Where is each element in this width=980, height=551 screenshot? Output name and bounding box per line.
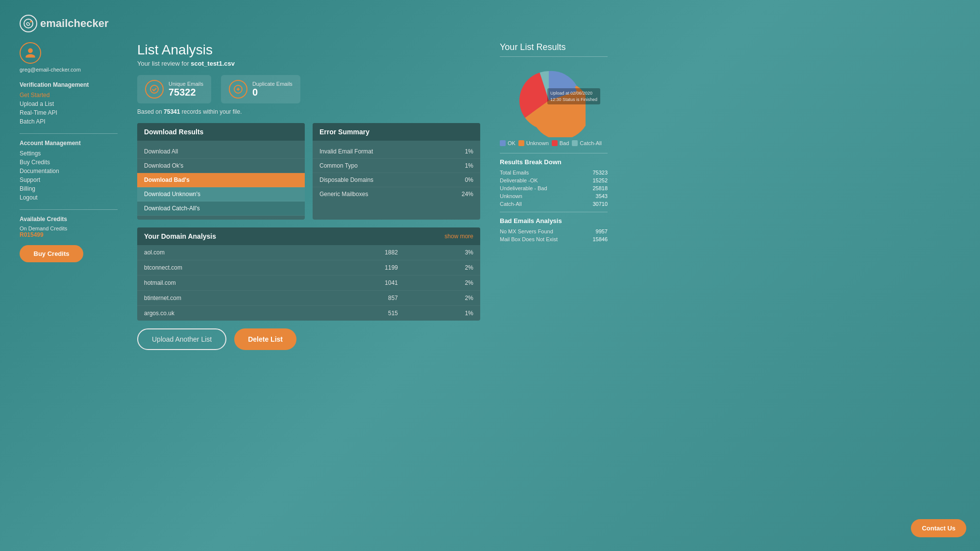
breakdown-unknown: Unknown 3543 (500, 193, 608, 199)
legend-bad: Bad (552, 140, 569, 146)
breakdown-total: Total Emails 75323 (500, 170, 608, 175)
user-email: greg@email-checker.com (20, 67, 118, 73)
svg-point-0 (24, 19, 33, 28)
download-panel: Download Results Download All Download O… (137, 123, 305, 220)
duplicate-emails-icon (229, 80, 247, 99)
records-note: Based on 75341 records within your file. (137, 108, 480, 115)
error-panel: Error Summary Invalid Email Format 1% Co… (313, 123, 480, 220)
account-management-title: Account Management (20, 140, 118, 147)
bottom-row: Upload Another List Delete List (137, 328, 480, 350)
legend-dot-unknown (518, 140, 524, 146)
nav-upload-list[interactable]: Upload a List (20, 100, 118, 108)
svg-point-1 (30, 21, 32, 23)
nav-get-started[interactable]: Get Started (20, 91, 118, 99)
sidebar-divider-1 (20, 133, 118, 134)
right-panel-title: Your List Results (500, 42, 608, 57)
buy-credits-button[interactable]: Buy Credits (20, 245, 83, 262)
account-nav: Settings Buy Credits Documentation Suppo… (20, 150, 118, 201)
legend-catchall: Catch-All (572, 140, 602, 146)
nav-buy-credits[interactable]: Buy Credits (20, 158, 118, 166)
available-credits-title: Available Credits (20, 216, 118, 223)
unique-emails-stat: Unique Emails 75322 (137, 75, 211, 103)
avatar (20, 42, 41, 64)
show-more-button[interactable]: show more (444, 233, 473, 240)
domain-panel-title: Your Domain Analysis (144, 232, 216, 240)
duplicate-emails-stat: Duplicate Emails 0 (221, 75, 300, 103)
on-demand-label: On Demand Credits (20, 225, 118, 231)
right-divider-2 (500, 212, 608, 212)
page-title: List Analysis (137, 42, 480, 58)
download-catchalls-button[interactable]: Download Catch-All's (137, 201, 305, 216)
legend-dot-ok (500, 140, 506, 146)
logo-text: emailchecker (40, 17, 108, 30)
delete-list-button[interactable]: Delete List (234, 328, 296, 350)
duplicate-emails-info: Duplicate Emails 0 (252, 81, 293, 98)
nav-billing[interactable]: Billing (20, 185, 118, 193)
download-bads-button[interactable]: Download Bad's (137, 173, 305, 187)
legend-dot-catchall (572, 140, 578, 146)
svg-point-2 (150, 85, 158, 93)
breakdown-title: Results Break Down (500, 158, 608, 166)
pie-chart: Upload at 02/06/2020 12:30 Status is Fin… (512, 64, 595, 137)
domain-row-2: hotmail.com 1041 2% (137, 276, 480, 291)
download-all-button[interactable]: Download All (137, 145, 305, 159)
domain-panel-header: Your Domain Analysis show more (137, 227, 480, 245)
right-divider-1 (500, 153, 608, 153)
on-demand-value: R015499 (20, 231, 118, 238)
upload-another-button[interactable]: Upload Another List (137, 328, 226, 350)
breakdown-bad: Undeliverable - Bad 25818 (500, 185, 608, 191)
chart-legend: OK Unknown Bad Catch-All (500, 140, 608, 146)
panels-row: Download Results Download All Download O… (137, 123, 480, 220)
error-panel-body: Invalid Email Format 1% Common Typo 1% D… (313, 141, 480, 205)
download-panel-header: Download Results (137, 123, 305, 141)
download-panel-body: Download All Download Ok's Download Bad'… (137, 141, 305, 220)
verification-management-title: Verification Management (20, 81, 118, 88)
error-row-0: Invalid Email Format 1% (313, 145, 480, 159)
main-layout: greg@email-checker.com Verification Mana… (0, 42, 980, 350)
nav-logout[interactable]: Logout (20, 194, 118, 201)
domain-table: aol.com 1882 3% btconnect.com 1199 2% ho… (137, 245, 480, 321)
right-panel: Your List Results Upload at 02/ (500, 42, 608, 350)
header: emailchecker (0, 10, 980, 42)
domain-row-4: argos.co.uk 515 1% (137, 306, 480, 321)
domain-row-3: btinternet.com 857 2% (137, 291, 480, 306)
pie-tooltip: Upload at 02/06/2020 12:30 Status is Fin… (547, 88, 600, 104)
bad-emails-row-1: Mail Box Does Not Exist 15846 (500, 236, 608, 242)
legend-unknown: Unknown (518, 140, 549, 146)
download-oks-button[interactable]: Download Ok's (137, 159, 305, 173)
nav-realtime-api[interactable]: Real-Time API (20, 109, 118, 117)
bad-emails-row-0: No MX Servers Found 9957 (500, 228, 608, 234)
stats-row: Unique Emails 75322 Duplicate Emails 0 (137, 75, 480, 103)
sidebar: greg@email-checker.com Verification Mana… (20, 42, 118, 350)
nav-batch-api[interactable]: Batch API (20, 118, 118, 125)
domain-row-0: aol.com 1882 3% (137, 245, 480, 260)
error-panel-header: Error Summary (313, 123, 480, 141)
error-row-1: Common Typo 1% (313, 159, 480, 173)
sidebar-divider-2 (20, 209, 118, 210)
nav-documentation[interactable]: Documentation (20, 167, 118, 175)
content-area: List Analysis Your list review for scot_… (137, 42, 480, 350)
logo-icon (20, 15, 37, 32)
download-unknowns-button[interactable]: Download Unknown's (137, 187, 305, 201)
error-row-3: Generic Mailboxes 24% (313, 187, 480, 201)
nav-support[interactable]: Support (20, 176, 118, 184)
error-row-2: Disposable Domains 0% (313, 173, 480, 187)
legend-ok: OK (500, 140, 515, 146)
legend-dot-bad (552, 140, 558, 146)
domain-panel: Your Domain Analysis show more aol.com 1… (137, 227, 480, 321)
verification-nav: Get Started Upload a List Real-Time API … (20, 91, 118, 125)
bad-emails-title: Bad Emails Analysis (500, 217, 608, 225)
contact-us-button[interactable]: Contact Us (911, 519, 966, 537)
breakdown-ok: Deliverable -OK 15252 (500, 177, 608, 183)
logo: emailchecker (20, 15, 960, 32)
domain-row-1: btconnect.com 1199 2% (137, 260, 480, 276)
list-subtitle: Your list review for scot_test1.csv (137, 60, 480, 67)
unique-emails-icon (145, 80, 164, 99)
unique-emails-info: Unique Emails 75322 (169, 81, 203, 98)
nav-settings[interactable]: Settings (20, 150, 118, 157)
breakdown-catchall: Catch-All 30710 (500, 201, 608, 207)
